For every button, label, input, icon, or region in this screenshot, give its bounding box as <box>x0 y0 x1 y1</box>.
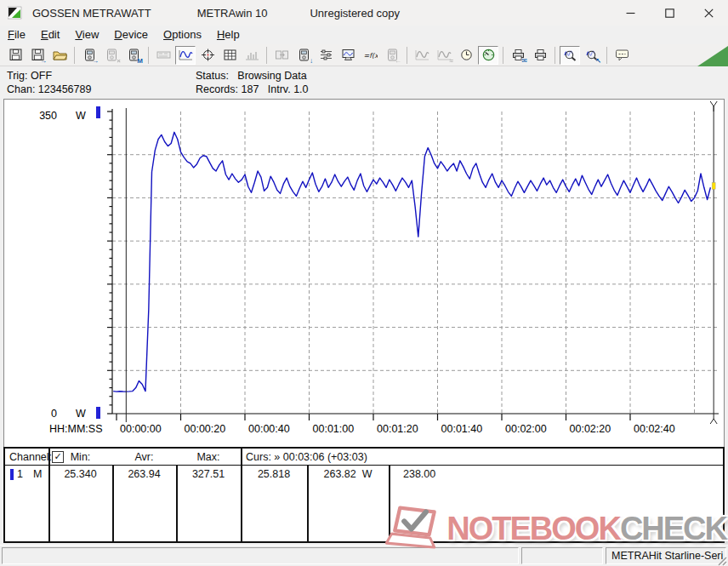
status-bar: METRAHit Starline-Seri <box>0 545 728 566</box>
col-header-max: Max: <box>176 451 241 463</box>
transfer-data-button <box>271 46 292 65</box>
channel-list: Chan: 123456789 <box>7 83 91 95</box>
open-file-button[interactable] <box>49 46 70 65</box>
metrawin-window: GOSSEN METRAWATT METRAwin 10 Unregistere… <box>0 0 728 566</box>
print-button[interactable] <box>530 46 550 65</box>
y-min-label: 0 <box>51 408 57 420</box>
save-as-button[interactable]: → <box>27 46 48 65</box>
cell-cursor-left-value: 25.818 <box>241 468 307 480</box>
toolbar-separator <box>266 47 267 64</box>
statusbar-device-name: METRAHit Starline-Seri <box>606 547 726 564</box>
menu-bar: FileEditViewDeviceOptionsHelp <box>0 26 728 45</box>
table-view-button[interactable] <box>219 46 240 65</box>
title-app-name: GOSSEN METRAWATT <box>32 7 151 20</box>
cursor-crosshair-icon <box>201 49 215 61</box>
meter-connect-button[interactable] <box>478 46 498 65</box>
col-header-cursor: Curs: » 00:03:06 (+03:03) <box>246 451 367 463</box>
col-header-avr: Avr: <box>112 451 176 463</box>
print-icon <box>533 49 548 61</box>
cursor-crosshair-button[interactable] <box>197 46 218 65</box>
annotation-icon <box>615 49 629 61</box>
close-button[interactable] <box>689 0 728 26</box>
zoom-curve-button[interactable] <box>560 46 580 65</box>
toolbar-separator <box>407 47 407 64</box>
menu-help[interactable]: Help <box>209 26 247 44</box>
statusbar-section-middle <box>521 547 603 564</box>
toolbar-separator <box>74 47 75 64</box>
resize-grip[interactable] <box>715 554 727 566</box>
records-status: Records: 187 Intrv. 1.0 <box>196 83 309 95</box>
formula-fx-button[interactable] <box>360 46 380 65</box>
trigger-status: Trig: OFF <box>7 70 52 82</box>
device-clear-button: × <box>101 46 122 65</box>
maximize-button[interactable] <box>650 0 689 26</box>
channel-color-marker <box>10 469 14 480</box>
cursor-value-marker <box>712 182 715 189</box>
x-tick-label: 00:01:40 <box>441 423 483 435</box>
browse-status: Status: Browsing Data <box>196 70 307 82</box>
wave-filter-icon <box>415 49 429 61</box>
statusbar-section-left <box>2 547 519 564</box>
interval-clock-icon <box>459 49 474 61</box>
device-config-button[interactable]: ↓ <box>293 46 314 65</box>
zoom-curve-icon <box>563 49 577 61</box>
toolbar-corner-triangle <box>697 46 728 66</box>
save-data-icon <box>9 49 23 61</box>
curve-view-button[interactable] <box>175 46 196 65</box>
save-data-button[interactable] <box>5 46 26 65</box>
meter-connect-icon <box>481 49 496 61</box>
x-tick-label: 00:02:00 <box>505 423 547 435</box>
toolbar-separator <box>555 47 555 64</box>
toolbar: →→×M↓←≈✉↖ <box>0 44 728 66</box>
toolbar-separator <box>148 47 149 64</box>
formula-fx-icon <box>363 49 378 61</box>
power-curve <box>113 132 710 392</box>
zoom-select-button[interactable]: ↖ <box>582 46 602 65</box>
menu-view[interactable]: View <box>67 26 106 44</box>
status-panel: Trig: OFF Chan: 123456789 Status: Browsi… <box>0 66 728 99</box>
cell-cursor-delta-value: 238.00 <box>403 468 435 480</box>
device-memory-button[interactable]: M <box>123 46 144 65</box>
device-send-button[interactable]: → <box>79 46 100 65</box>
y-unit-top-label: W <box>76 110 86 122</box>
cell-cursor-right-value: 263.82 W <box>307 468 389 480</box>
x-axis-ticks: 00:00:0000:00:2000:00:4000:01:0000:01:20… <box>117 414 675 435</box>
monitor-display-button[interactable] <box>338 46 358 65</box>
col-header-channel: Channel: <box>9 451 52 463</box>
y-unit-bottom-label: W <box>76 408 86 420</box>
y-max-label: 350 <box>39 110 57 122</box>
measurement-table: Channel: ✓ Min: Avr: Max: Curs: » 00:03:… <box>3 447 725 543</box>
x-tick-label: 00:00:00 <box>120 423 162 435</box>
histogram-view-button <box>242 46 262 65</box>
title-license: Unregistered copy <box>310 7 400 20</box>
x-tick-label: 00:00:20 <box>185 423 226 435</box>
wave-envelope-button: ≈ <box>434 46 454 65</box>
y-axis-labels: 350W0W <box>39 110 86 420</box>
wave-filter-button <box>412 46 432 65</box>
device-read-button: ← <box>382 46 402 65</box>
menu-edit[interactable]: Edit <box>33 26 67 44</box>
histogram-view-icon <box>245 49 259 61</box>
x-tick-label: 00:02:20 <box>570 423 611 435</box>
col-header-min: Min: <box>48 451 112 463</box>
x-tick-label: 00:01:20 <box>377 423 418 435</box>
chart-plot-area[interactable]: 00:00:0000:00:2000:00:4000:01:0000:01:20… <box>4 100 724 447</box>
channel-settings-button[interactable] <box>316 46 336 65</box>
interval-clock-button[interactable] <box>456 46 476 65</box>
annotation-button[interactable] <box>611 46 632 65</box>
channel-1-range-marker-top <box>96 106 100 118</box>
x-axis-unit-label: HH:MM:SS <box>49 423 103 435</box>
print-report-button[interactable]: ✉ <box>508 46 528 65</box>
minimize-button[interactable] <box>611 0 650 26</box>
lcd-display-icon <box>156 49 171 61</box>
menu-device[interactable]: Device <box>106 26 156 44</box>
title-program: METRAwin 10 <box>197 7 268 20</box>
right-cursor[interactable] <box>710 101 717 424</box>
cell-max-value: 327.51 <box>176 468 241 480</box>
lcd-display-button <box>153 46 173 65</box>
cell-avr-value: 263.94 <box>112 468 176 480</box>
x-tick-label: 00:00:40 <box>248 423 290 435</box>
channel-settings-icon <box>319 49 333 61</box>
menu-options[interactable]: Options <box>156 26 209 44</box>
menu-file[interactable]: File <box>0 26 33 44</box>
